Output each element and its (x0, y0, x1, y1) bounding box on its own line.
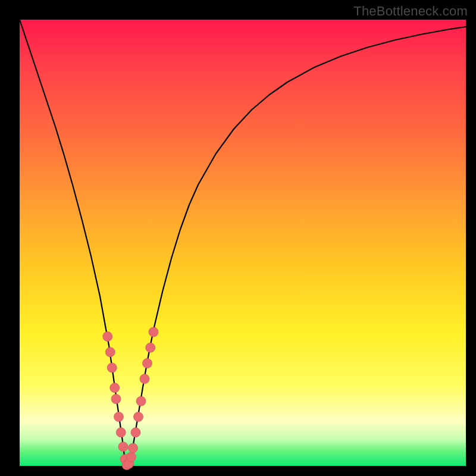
chart-svg (20, 20, 466, 466)
curve-marker (114, 412, 124, 422)
curve-marker (105, 347, 115, 357)
bottleneck-curve (20, 20, 466, 466)
curve-marker (146, 343, 155, 352)
outer-frame: TheBottleneck.com (0, 0, 476, 476)
curve-marker (129, 443, 138, 453)
watermark-label: TheBottleneck.com (353, 4, 468, 19)
curve-marker (134, 412, 143, 422)
curve-markers (103, 327, 158, 470)
curve-marker (149, 327, 158, 337)
curve-marker (107, 363, 117, 372)
curve-marker (116, 428, 126, 437)
plot-area (20, 20, 466, 466)
curve-marker (131, 428, 140, 437)
curve-marker (136, 396, 146, 406)
curve-marker (143, 359, 152, 368)
curve-marker (140, 374, 149, 384)
curve-marker (118, 442, 128, 452)
curve-marker (110, 383, 120, 393)
curve-marker (127, 452, 136, 462)
curve-marker (103, 332, 112, 342)
curve-marker (111, 394, 121, 404)
